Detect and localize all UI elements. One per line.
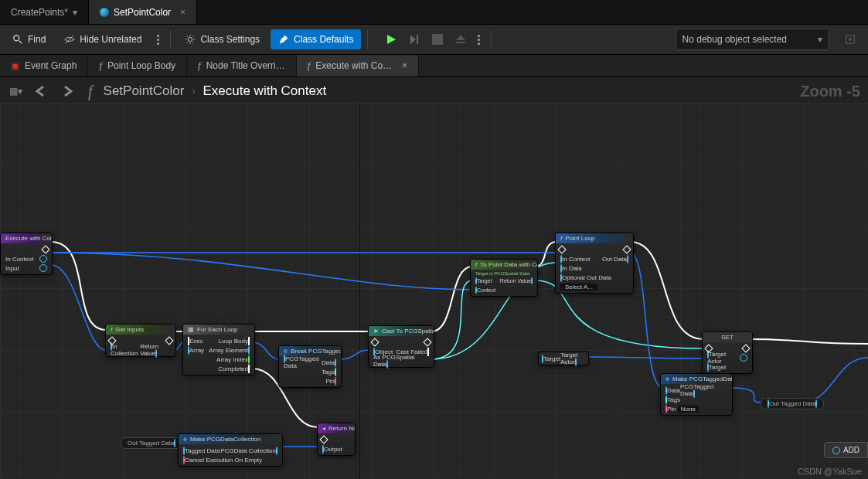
pin-label: In Context [5,256,33,263]
node-execute-with-context[interactable]: Execute with Context In Context Input [0,233,53,275]
node-make-pcgtaggeddata[interactable]: ⎆ Make PCGTaggedData DataPCGTagged Data … [660,373,733,416]
class-settings-button[interactable]: Class Settings [177,29,267,49]
pin[interactable] [622,245,631,253]
search-icon [12,34,23,45]
node-header: Execute with Context [1,233,52,243]
gear-icon [185,34,196,45]
tab-label: SetPointColor [114,7,171,18]
node-target[interactable]: TargetTarget Actor [538,352,589,365]
pin[interactable] [155,349,157,358]
pin[interactable] [531,277,533,284]
pin-value[interactable]: None [678,406,699,413]
debug-find-button[interactable] [837,29,863,49]
function-icon: f [308,59,311,72]
class-defaults-button[interactable]: Class Defaults [271,29,361,49]
chevron-down-icon: ▾ [818,34,822,45]
asset-tab-createpoints[interactable]: CreatePoints* ▾ [0,0,89,24]
back-button[interactable] [32,82,51,100]
pin[interactable] [248,337,250,345]
pin[interactable] [174,439,175,447]
wires [0,103,868,479]
breadcrumb-root[interactable]: SetPointColor [104,83,185,99]
pin[interactable] [39,255,47,263]
breadcrumb-leaf[interactable]: Execute with Context [203,83,326,99]
event-icon: ▣ [11,60,19,71]
play-overflow[interactable] [473,30,485,49]
eject-button[interactable] [450,29,471,50]
pin[interactable] [740,354,747,362]
label: Find [28,34,46,45]
variable-out-tagged-data[interactable]: Out Tagged Data [761,398,824,409]
node-get-inputs[interactable]: fGet Inputs In CollectionReturn Value [105,324,176,357]
label: Event Graph [25,60,77,71]
svg-line-1 [19,41,22,44]
node-cast-pcgspatialdata[interactable]: ➤ Cast To PCGSpatialData ObjectCast Fail… [368,325,434,368]
node-break-pcgtaggeddata[interactable]: ⎋ Break PCGTaggedData PCGTagged DataData… [278,345,342,388]
debug-object-select[interactable]: No debug object selected ▾ [676,29,829,50]
pin[interactable] [335,368,336,376]
history-button[interactable]: ▦▾ [6,82,25,100]
node-foreach-loop[interactable]: ▦ For Each Loop ExecLoop Body ArrayArray… [182,324,255,375]
svg-point-8 [849,38,852,41]
pin[interactable] [386,360,388,369]
pin[interactable] [248,346,250,355]
function-icon: f [198,59,201,72]
pin[interactable] [557,245,566,253]
label: Class Settings [200,34,260,45]
pin[interactable] [319,435,328,443]
pin[interactable] [370,338,379,346]
node-set[interactable]: SET Target Actor Target [702,331,753,374]
node-return[interactable]: ◂ Return Node Output [317,423,356,456]
pin[interactable] [832,447,840,454]
forward-button[interactable] [59,82,77,100]
pin[interactable] [39,264,47,272]
pin[interactable] [815,399,817,408]
pin[interactable] [335,358,336,367]
svg-point-0 [14,36,19,41]
node-topointdata[interactable]: f To Point Data with Context Target is P… [470,259,538,297]
graph-tab-eventgraph[interactable]: ▣ Event Graph [0,55,88,76]
play-button[interactable] [380,29,402,50]
pin[interactable] [741,344,750,352]
graph-canvas[interactable]: Execute with Context In Context Input fG… [0,103,868,479]
exec-out-pin[interactable] [41,245,49,253]
pencil-icon [278,34,289,45]
graph-tab-nodetitle[interactable]: f Node Title Overri… [187,55,297,76]
pin[interactable] [423,338,431,346]
node-header: SET [703,332,752,342]
divider [170,30,171,49]
graph-tab-execute[interactable]: f Execute with Co… × [297,55,419,76]
svg-rect-5 [432,34,443,45]
breadcrumb-bar: ▦▾ f SetPointColor › Execute with Contex… [0,77,868,106]
node-header: fGet Inputs [106,324,175,335]
hide-unrelated-button[interactable]: Hide Unrelated [56,29,149,49]
stop-button[interactable] [427,29,448,50]
svg-line-2 [66,36,74,44]
asset-tab-setpointcolor[interactable]: SetPointColor × [89,0,197,24]
pin[interactable] [693,389,695,398]
close-icon[interactable]: × [402,60,407,71]
add-array-button[interactable]: ADD [824,442,868,458]
pin[interactable] [627,255,628,263]
blueprint-icon [100,8,109,17]
pin[interactable] [335,377,336,386]
subtitle: Target is PCGSpatial Data [474,271,534,276]
node-header: ▦ For Each Loop [183,324,254,335]
label: No debug object selected [682,34,787,45]
overflow-button[interactable] [152,30,164,49]
variable-out-tagged-data-left[interactable]: Out Tagged Data [121,437,182,449]
pin[interactable] [248,365,250,373]
node-header: ➤ Cast To PCGSpatialData [369,326,434,336]
find-button[interactable]: Find [5,29,53,49]
pin[interactable] [575,358,577,366]
pin[interactable] [248,355,250,364]
pin[interactable] [276,447,277,455]
svg-rect-6 [456,42,465,43]
close-icon[interactable]: × [180,7,186,18]
graph-tab-pointloop[interactable]: f Point Loop Body [88,55,187,76]
node-point-loop[interactable]: f Point Loop In ContextOut Data In Data … [555,233,634,294]
node-make-pcgdatacollection[interactable]: ⎆ Make PCGDataCollection Tagged DataPCGD… [178,433,283,467]
play-controls [380,29,485,50]
select-asset[interactable]: Select A... [560,284,597,290]
step-button[interactable] [403,29,425,50]
